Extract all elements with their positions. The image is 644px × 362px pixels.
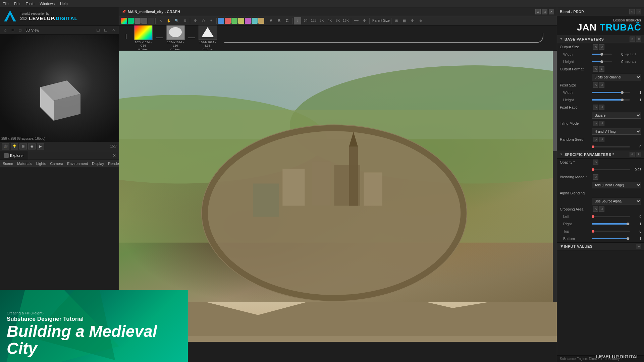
rph-pin-icon[interactable]: ⊙ xyxy=(629,9,635,14)
os-reset-icon[interactable]: ↺ xyxy=(599,44,604,50)
view-home-icon[interactable]: ⌂ xyxy=(2,27,9,34)
toolbar-num3[interactable]: 128 xyxy=(310,17,317,24)
scene-tab-lights[interactable]: Lights xyxy=(36,162,46,166)
toolbar-link-btn[interactable]: ⚙ xyxy=(192,17,199,24)
toolbar-num7[interactable]: 16K xyxy=(342,17,350,24)
toolbar-zoom-btn[interactable]: 🔍 xyxy=(173,17,180,24)
color-black-btn[interactable] xyxy=(148,18,154,24)
toolbar-connect-btn[interactable]: ⟶ xyxy=(353,17,360,24)
ps-link-icon[interactable]: ⊙ xyxy=(593,82,598,88)
specific-params-section[interactable]: ▼ SPECIFIC PARAMETERS * ⊙ ⬇ xyxy=(557,150,644,159)
pixel-ratio-select[interactable]: Square xyxy=(592,112,641,119)
color-blue-btn[interactable] xyxy=(218,18,224,24)
os-link-icon[interactable]: ⊙ xyxy=(593,44,598,50)
sp-copy-icon[interactable]: ⊙ xyxy=(630,152,635,157)
tm-link-icon[interactable]: ⊙ xyxy=(593,121,598,126)
graph-pin-btn[interactable]: ⊙ xyxy=(535,9,541,14)
of-reset-icon[interactable]: ⬇ xyxy=(599,66,604,72)
tm-reset-icon[interactable]: ↺ xyxy=(599,121,604,126)
output-format-select[interactable]: 8 bits per channel xyxy=(592,74,641,80)
view-close-icon[interactable]: ✕ xyxy=(110,27,117,34)
toolbar-view-2[interactable]: ▦ xyxy=(401,17,408,24)
crop-reset-icon[interactable]: ↺ xyxy=(599,206,604,212)
toolbar-node-btn[interactable]: ⬡ xyxy=(200,17,207,24)
pixel-width-slider[interactable] xyxy=(592,92,630,93)
vtool-render-icon[interactable]: ▶ xyxy=(37,143,44,149)
graph-close-btn[interactable]: ✕ xyxy=(549,9,554,14)
vtool-grid-icon[interactable]: ⊞ xyxy=(19,143,27,149)
menu-file[interactable]: File xyxy=(3,2,9,6)
color-green-btn[interactable] xyxy=(128,18,134,24)
scene-tab-materials[interactable]: Materials xyxy=(17,162,32,166)
rs-link-icon[interactable]: ⊙ xyxy=(593,137,598,142)
view-grid-icon[interactable]: ⊞ xyxy=(9,27,16,34)
node-color[interactable]: 1024x1024 - C16 5.07ms xyxy=(133,25,153,51)
menu-tools[interactable]: Tools xyxy=(26,2,35,6)
view-pin-icon[interactable]: ◫ xyxy=(95,27,101,34)
toolbar-settings-btn[interactable]: ⚙ xyxy=(361,17,368,24)
base-params-icon-2[interactable]: ⚙ xyxy=(636,37,641,42)
graph-expand-btn[interactable]: □ xyxy=(542,9,547,14)
bm-reset-icon[interactable]: ↺ xyxy=(593,174,598,180)
crop-left-slider[interactable] xyxy=(592,216,630,217)
of-link-icon[interactable]: ⊙ xyxy=(593,66,598,72)
ps-reset-icon[interactable]: ↺ xyxy=(599,82,604,88)
color-orange-btn[interactable] xyxy=(258,18,264,24)
color-dark-btn[interactable] xyxy=(141,18,147,24)
rph-expand-icon[interactable]: □ xyxy=(636,9,641,14)
alpha-blend-select[interactable]: Use Source Alpha xyxy=(592,198,641,204)
scene-tab-environment[interactable]: Environment xyxy=(67,162,88,166)
scene-tab-display[interactable]: Display xyxy=(92,162,104,166)
base-params-icon-1[interactable]: ⊙ xyxy=(630,37,635,42)
iv-icon[interactable]: ⊕ xyxy=(636,244,641,249)
output-width-slider[interactable] xyxy=(592,54,612,55)
menu-windows[interactable]: Windows xyxy=(40,2,55,6)
menu-help[interactable]: Help xyxy=(60,2,68,6)
node-black[interactable]: 1024x1024 - L16 0.12ms xyxy=(198,25,218,51)
toolbar-frame-btn[interactable]: ⊞ xyxy=(181,17,189,24)
blending-select[interactable]: Add (Linear Dodge) xyxy=(592,182,641,188)
view-expand-icon[interactable]: □ xyxy=(17,27,23,34)
crop-bottom-slider[interactable] xyxy=(592,238,630,239)
pr-reset-icon[interactable]: ↺ xyxy=(599,105,604,110)
scene-tab-camera[interactable]: Camera xyxy=(50,162,63,166)
node-white[interactable]: 1024x1024 - L16 0.18ms xyxy=(165,25,185,51)
toolbar-view-4[interactable]: ⊕ xyxy=(417,17,424,24)
crop-right-slider[interactable] xyxy=(592,223,630,225)
toolbar-num4[interactable]: 2K xyxy=(318,17,325,24)
base-parameters-section[interactable]: ▼ BASE PARAMETERS ⊙ ⚙ xyxy=(557,35,644,43)
color-gray-btn[interactable] xyxy=(135,18,141,24)
toolbar-A-btn[interactable]: A xyxy=(267,17,275,24)
vtool-light-icon[interactable]: 💡 xyxy=(11,143,18,149)
vtool-camera-icon[interactable]: 🎥 xyxy=(2,143,9,149)
color-purple-btn[interactable] xyxy=(245,18,251,24)
toolbar-num6[interactable]: 8K xyxy=(334,17,341,24)
scene-tab-scene[interactable]: Scene xyxy=(3,162,13,166)
explorer-close[interactable]: ✕ xyxy=(110,153,119,158)
toolbar-view-3[interactable]: ⚙ xyxy=(409,17,416,24)
color-lgreen-btn[interactable] xyxy=(231,18,237,24)
vtool-env-icon[interactable]: ◉ xyxy=(28,143,36,149)
toolbar-select-btn[interactable]: ↖ xyxy=(157,17,164,24)
crop-link-icon[interactable]: ⊙ xyxy=(593,206,598,212)
color-palette-btn[interactable] xyxy=(121,18,127,24)
toolbar-C-btn[interactable]: C xyxy=(283,17,291,24)
graph-pin-icon[interactable]: 📌 xyxy=(122,10,126,13)
explorer-tab[interactable]: Explorer xyxy=(0,151,28,160)
menu-edit[interactable]: Edit xyxy=(14,2,20,6)
viewport-scrollbar[interactable] xyxy=(553,51,557,302)
toolbar-B-btn[interactable]: B xyxy=(275,17,283,24)
toolbar-num5[interactable]: 4K xyxy=(326,17,333,24)
crop-top-slider[interactable] xyxy=(592,231,630,232)
random-seed-slider[interactable] xyxy=(592,146,630,147)
color-yellow-btn[interactable] xyxy=(238,18,244,24)
op-link-icon[interactable]: ⊙ xyxy=(593,160,598,165)
toolbar-view-1[interactable]: ⊞ xyxy=(393,17,400,24)
color-red-btn[interactable] xyxy=(225,18,231,24)
toolbar-num2[interactable]: 64 xyxy=(302,17,309,24)
color-cyan-btn[interactable] xyxy=(252,18,258,24)
view-maximize-icon[interactable]: ▢ xyxy=(102,27,109,34)
toolbar-num1[interactable]: 8 xyxy=(294,17,301,24)
rs-reset-icon[interactable]: ↺ xyxy=(599,137,604,142)
toolbar-pan-btn[interactable]: ✋ xyxy=(165,17,172,24)
